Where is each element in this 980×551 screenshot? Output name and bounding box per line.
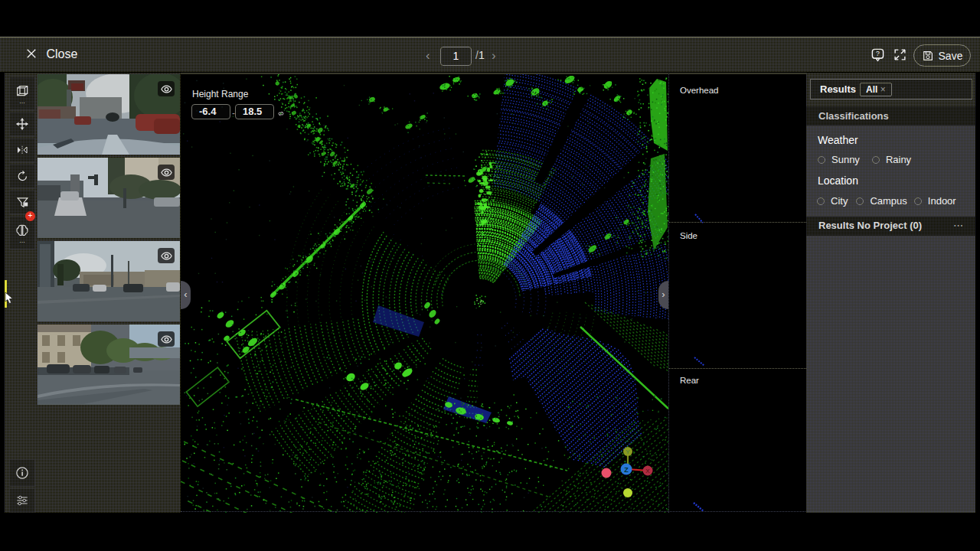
svg-text:Y: Y bbox=[626, 448, 630, 455]
svg-text:Z: Z bbox=[624, 466, 629, 474]
svg-text:X: X bbox=[645, 468, 650, 474]
svg-text:?: ? bbox=[876, 50, 880, 57]
